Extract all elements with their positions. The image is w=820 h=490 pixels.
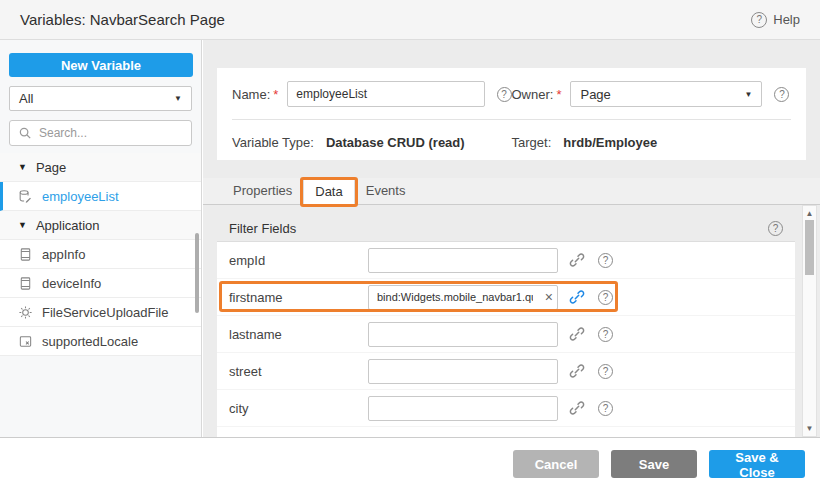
tree-item-label: appInfo — [42, 247, 85, 262]
tree-group-application[interactable]: ▼ Application — [0, 211, 201, 240]
variable-type-value: Database CRUD (read) — [326, 135, 465, 150]
tree-item-label: FileServiceUploadFile — [42, 305, 168, 320]
name-help-icon[interactable]: ? — [497, 87, 512, 102]
gear-icon — [18, 305, 33, 320]
device-icon — [18, 247, 33, 262]
field-help-icon[interactable]: ? — [598, 327, 613, 342]
tree-item-label: deviceInfo — [42, 276, 101, 291]
target-value: hrdb/Employee — [563, 135, 657, 150]
target-label: Target: — [512, 135, 552, 150]
field-label: city — [229, 401, 368, 416]
bind-link-icon[interactable] — [569, 252, 585, 268]
field-help-icon[interactable]: ? — [598, 364, 613, 379]
filter-row-city: city ? — [217, 390, 795, 427]
save-and-close-button[interactable]: Save & Close — [709, 450, 805, 478]
required-marker: * — [273, 87, 278, 102]
new-variable-button[interactable]: New Variable — [9, 53, 193, 77]
field-help-icon[interactable]: ? — [598, 290, 613, 305]
filter-fields-header: Filter Fields ? — [217, 215, 795, 242]
search-icon — [18, 126, 33, 141]
search-input[interactable] — [39, 126, 194, 140]
variables-dialog: Variables: NavbarSearch Page ? Help New … — [0, 0, 820, 490]
owner-dropdown[interactable]: Page ▼ — [570, 81, 762, 107]
chevron-down-icon: ▼ — [174, 94, 182, 103]
lastname-input[interactable] — [368, 322, 558, 347]
cancel-button[interactable]: Cancel — [513, 450, 599, 478]
variable-tree: ▼ Page employeeList ▼ Application appInf… — [0, 153, 201, 356]
empid-input[interactable] — [368, 248, 558, 273]
field-label: empId — [229, 253, 368, 268]
content-scrollbar[interactable]: ▲ ▼ — [802, 205, 817, 437]
locale-icon — [18, 334, 33, 349]
tree-item-supportedlocale[interactable]: supportedLocale — [0, 327, 201, 356]
help-label: Help — [773, 12, 800, 27]
help-link[interactable]: ? Help — [751, 12, 800, 28]
help-circle-icon: ? — [751, 12, 767, 28]
tree-item-label: supportedLocale — [42, 334, 138, 349]
tree-group-label: Application — [36, 218, 100, 233]
scrollbar-thumb[interactable] — [805, 220, 814, 275]
owner-label: Owner: — [512, 87, 554, 102]
divider — [232, 119, 791, 120]
tab-data[interactable]: Data — [303, 178, 354, 205]
tree-collapse-icon: ▼ — [18, 220, 27, 230]
filter-fields-panel: Filter Fields ? empId ? firstname × — [217, 215, 795, 437]
tab-data-label: Data — [315, 184, 342, 199]
street-input[interactable] — [368, 359, 558, 384]
tree-item-deviceinfo[interactable]: deviceInfo — [0, 269, 201, 298]
variable-type-label: Variable Type: — [232, 135, 314, 150]
dialog-header: Variables: NavbarSearch Page ? Help — [0, 0, 820, 40]
dialog-footer: Cancel Save Save & Close — [0, 437, 820, 490]
owner-help-icon[interactable]: ? — [774, 87, 789, 102]
device-icon — [18, 276, 33, 291]
tree-collapse-icon: ▼ — [18, 162, 27, 172]
variable-info-panel: Name: * ? Owner: * Page ▼ ? — [217, 68, 806, 160]
bind-link-icon[interactable] — [569, 326, 585, 342]
city-input[interactable] — [368, 396, 558, 421]
filter-row-empid: empId ? — [217, 242, 795, 279]
filter-fields-help-icon[interactable]: ? — [768, 221, 783, 236]
field-label: street — [229, 364, 368, 379]
variables-sidebar: New Variable All ▼ ▼ Page employeeList — [0, 40, 202, 437]
tree-item-fileserviceuploadfile[interactable]: FileServiceUploadFile — [0, 298, 201, 327]
required-marker: * — [556, 87, 561, 102]
bind-link-icon[interactable] — [569, 289, 585, 305]
scroll-up-icon[interactable]: ▲ — [803, 209, 816, 218]
field-label: firstname — [229, 290, 368, 305]
variable-detail-pane: Name: * ? Owner: * Page ▼ ? — [203, 40, 820, 437]
page-title: Variables: NavbarSearch Page — [20, 11, 225, 28]
filter-row-lastname: lastname ? — [217, 316, 795, 353]
filter-row-street: street ? — [217, 353, 795, 390]
field-help-icon[interactable]: ? — [598, 401, 613, 416]
tab-properties[interactable]: Properties — [222, 178, 303, 205]
variable-name-input[interactable] — [287, 81, 484, 107]
field-help-icon[interactable]: ? — [598, 253, 613, 268]
chevron-down-icon: ▼ — [745, 90, 753, 99]
save-button[interactable]: Save — [611, 450, 697, 478]
tab-events[interactable]: Events — [355, 178, 417, 205]
tree-item-appinfo[interactable]: appInfo — [0, 240, 201, 269]
variable-filter-value: All — [19, 91, 33, 106]
sidebar-scrollbar[interactable] — [195, 233, 199, 313]
tree-item-label: employeeList — [42, 189, 119, 204]
filter-fields-title: Filter Fields — [229, 221, 296, 236]
clear-binding-icon[interactable]: × — [545, 288, 553, 306]
firstname-input[interactable] — [368, 285, 558, 310]
bind-link-icon[interactable] — [569, 400, 585, 416]
bind-link-icon[interactable] — [569, 363, 585, 379]
name-label: Name: — [232, 87, 270, 102]
field-label: lastname — [229, 327, 368, 342]
scroll-down-icon[interactable]: ▼ — [803, 424, 816, 433]
detail-tabs: Properties Data Events — [203, 178, 820, 205]
tree-group-page[interactable]: ▼ Page — [0, 153, 201, 182]
owner-value: Page — [580, 87, 610, 102]
variable-filter-dropdown[interactable]: All ▼ — [9, 86, 192, 111]
tree-item-employeelist[interactable]: employeeList — [0, 182, 201, 211]
variable-search[interactable] — [9, 120, 192, 146]
tree-group-label: Page — [36, 160, 66, 175]
filter-row-firstname: firstname × ? — [217, 279, 795, 316]
database-icon — [18, 189, 33, 204]
